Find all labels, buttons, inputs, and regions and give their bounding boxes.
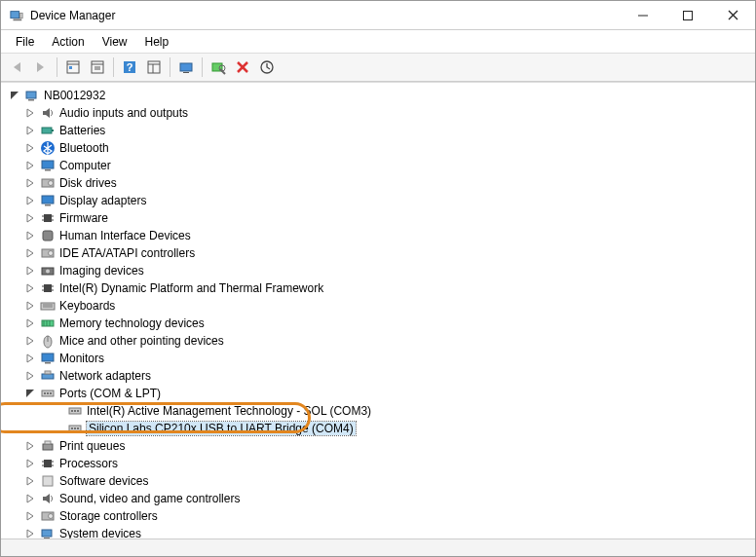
tree-node[interactable]: Software devices — [3, 472, 753, 490]
expand-icon[interactable] — [22, 123, 38, 138]
port-icon — [67, 403, 83, 419]
tree-node[interactable]: Sound, video and game controllers — [3, 490, 753, 507]
tree-node[interactable]: Batteries — [3, 122, 753, 139]
expand-icon[interactable] — [22, 298, 38, 314]
svg-rect-20 — [183, 72, 189, 73]
tree-node-label: Intel(R) Active Management Technology - … — [87, 404, 371, 418]
svg-point-72 — [77, 410, 79, 412]
tree-node[interactable]: Disk drives — [3, 174, 753, 192]
expand-icon[interactable] — [22, 193, 38, 208]
collapse-icon[interactable] — [7, 88, 22, 103]
expand-icon[interactable] — [22, 473, 38, 489]
forward-button[interactable] — [29, 56, 53, 79]
expand-icon[interactable] — [22, 508, 38, 524]
tree-node[interactable]: Audio inputs and outputs — [3, 104, 753, 122]
expand-icon[interactable] — [22, 140, 38, 156]
tree-node-label: Human Interface Devices — [59, 229, 191, 242]
tree-node[interactable]: IDE ATA/ATAPI controllers — [3, 244, 753, 262]
svg-rect-36 — [45, 204, 51, 206]
tree-node[interactable]: Network adapters — [3, 367, 753, 385]
menubar: File Action View Help — [1, 30, 755, 53]
expand-icon[interactable] — [22, 228, 38, 243]
expand-icon[interactable] — [22, 263, 38, 278]
minimize-button[interactable] — [621, 1, 665, 29]
expand-icon[interactable] — [22, 333, 38, 349]
camera-icon — [40, 263, 56, 278]
tree-node[interactable]: Bluetooth — [3, 139, 753, 157]
tree-node[interactable]: Silicon Labs CP210x USB to UART Bridge (… — [3, 420, 753, 437]
expand-icon[interactable] — [22, 351, 38, 366]
expand-icon[interactable] — [22, 210, 38, 226]
svg-rect-27 — [28, 99, 34, 101]
view-mode-button[interactable] — [142, 56, 166, 79]
svg-rect-2 — [20, 13, 23, 18]
expand-icon[interactable] — [22, 491, 38, 506]
close-button[interactable] — [710, 1, 755, 29]
svg-point-86 — [49, 514, 54, 519]
tree-node[interactable]: Mice and other pointing devices — [3, 332, 753, 350]
tree-node[interactable]: Print queues — [3, 437, 753, 455]
tree-node[interactable]: Firmware — [3, 209, 753, 227]
tree-node[interactable]: Human Interface Devices — [3, 227, 753, 244]
expand-icon[interactable] — [22, 158, 38, 173]
refresh-button[interactable] — [255, 56, 279, 79]
back-button[interactable] — [5, 56, 28, 79]
properties-button[interactable] — [86, 56, 109, 79]
collapse-icon[interactable] — [22, 386, 38, 401]
battery-icon — [40, 123, 56, 138]
hid-icon — [40, 228, 56, 243]
tree-node-label: System devices — [59, 527, 141, 538]
chip-icon — [40, 210, 56, 226]
expand-icon[interactable] — [22, 438, 38, 454]
tree-node-label: Imaging devices — [59, 264, 144, 278]
menu-file[interactable]: File — [7, 32, 43, 52]
svg-rect-37 — [44, 214, 52, 222]
uninstall-button[interactable] — [231, 56, 254, 79]
tree-node[interactable]: Processors — [3, 455, 753, 472]
menu-view[interactable]: View — [94, 32, 136, 52]
tree-node[interactable]: Intel(R) Active Management Technology - … — [3, 402, 753, 420]
tree-node[interactable]: NB0012932 — [3, 87, 753, 104]
update-driver-button[interactable] — [174, 56, 198, 79]
tree-node-label: Silicon Labs CP210x USB to UART Bridge (… — [87, 422, 356, 435]
svg-point-74 — [71, 427, 73, 429]
svg-rect-9 — [69, 66, 72, 69]
tree-node[interactable]: Memory technology devices — [3, 315, 753, 332]
menu-help[interactable]: Help — [136, 32, 178, 52]
tree-node-label: Computer — [59, 159, 111, 172]
network-icon — [40, 368, 56, 384]
tree-node[interactable]: Intel(R) Dynamic Platform and Thermal Fr… — [3, 279, 753, 297]
tree-node[interactable]: Keyboards — [3, 297, 753, 315]
expand-icon[interactable] — [22, 526, 38, 538]
chip-icon — [40, 280, 56, 296]
svg-rect-32 — [45, 169, 51, 171]
tree-node-label: Processors — [59, 457, 118, 470]
tree-node-label: Software devices — [59, 474, 148, 488]
expand-icon[interactable] — [22, 280, 38, 296]
menu-action[interactable]: Action — [43, 32, 93, 52]
svg-point-75 — [74, 427, 76, 429]
disk-icon — [40, 245, 56, 261]
svg-rect-88 — [44, 538, 50, 538]
tree-node[interactable]: Computer — [3, 157, 753, 174]
expand-icon[interactable] — [22, 245, 38, 261]
expand-icon[interactable] — [22, 316, 38, 331]
tree-node-label: NB0012932 — [44, 89, 105, 102]
app-icon — [9, 8, 24, 23]
scan-hardware-button[interactable] — [207, 56, 230, 79]
tree-node[interactable]: Storage controllers — [3, 507, 753, 525]
expand-icon[interactable] — [22, 105, 38, 121]
tree-node[interactable]: Monitors — [3, 350, 753, 367]
expand-icon[interactable] — [22, 368, 38, 384]
maximize-button[interactable] — [665, 1, 710, 29]
tree-node[interactable]: Display adapters — [3, 192, 753, 209]
expand-icon[interactable] — [22, 456, 38, 471]
tree-node[interactable]: Ports (COM & LPT) — [3, 385, 753, 402]
tree-node[interactable]: System devices — [3, 525, 753, 538]
help-button[interactable]: ? — [118, 56, 141, 79]
expand-icon[interactable] — [22, 175, 38, 191]
tree-node[interactable]: Imaging devices — [3, 262, 753, 279]
device-tree[interactable]: NB0012932Audio inputs and outputsBatteri… — [1, 83, 755, 538]
svg-rect-35 — [42, 196, 54, 204]
show-hide-tree-button[interactable] — [61, 56, 85, 79]
